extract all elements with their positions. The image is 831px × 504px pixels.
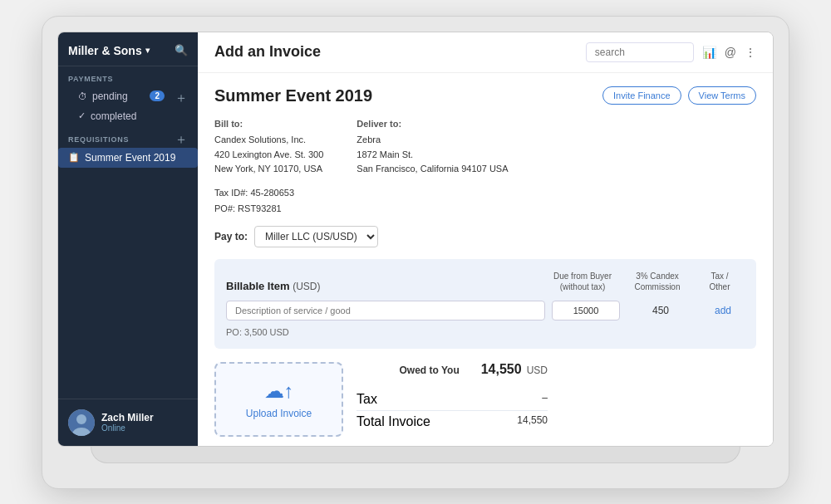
sidebar: Miller & Sons ▾ 🔍 PAYMENTS ⏱ pending 2: [58, 32, 198, 446]
po-number: PO#: RST93281: [214, 201, 756, 217]
pay-to-row: Pay to: Miller LLC (US/USD): [214, 226, 756, 247]
svg-point-1: [76, 414, 86, 424]
pending-icon: ⏱: [78, 91, 87, 101]
billable-table: Billable Item (USD) Due from Buyer(witho…: [214, 259, 756, 349]
bottom-section: ☁↑ Upload Invoice Owed to You 14,550 USD…: [214, 362, 756, 437]
bill-to-address1: 420 Lexington Ave. St. 300: [214, 148, 323, 163]
bill-to-block: Bill to: Candex Solutions, Inc. 420 Lexi…: [214, 117, 323, 177]
upload-label: Upload Invoice: [246, 408, 312, 419]
total-invoice-value: 14,550: [517, 414, 548, 429]
sidebar-header: Miller & Sons ▾ 🔍: [58, 32, 198, 66]
add-payment-button[interactable]: ＋: [175, 91, 188, 105]
po-note: PO: 3,500 USD: [226, 327, 745, 337]
completed-icon: ✓: [78, 110, 86, 121]
tax-add-button[interactable]: add: [701, 305, 745, 316]
laptop-base: [91, 447, 740, 463]
pay-to-label: Pay to:: [214, 231, 248, 242]
tax-value: –: [542, 392, 548, 407]
description-input[interactable]: [226, 301, 545, 321]
bar-chart-icon[interactable]: 📊: [702, 46, 716, 59]
billable-currency: USD: [296, 281, 317, 292]
add-requisition-button[interactable]: ＋: [175, 133, 188, 146]
upload-icon: ☁↑: [264, 379, 294, 403]
tax-id: Tax ID#: 45-280653: [214, 185, 756, 201]
sidebar-footer: Zach Miller Online: [58, 399, 198, 446]
bill-to-label: Bill to:: [214, 117, 323, 132]
total-invoice-label: Total Invoice: [356, 414, 430, 429]
billable-header-row: Billable Item (USD) Due from Buyer(witho…: [226, 271, 745, 292]
bill-to-address2: New York, NY 10170, USA: [214, 162, 323, 177]
address-row: Bill to: Candex Solutions, Inc. 420 Lexi…: [214, 117, 756, 177]
billable-row: 15000 450 add: [226, 301, 745, 321]
col-header-commission: 3% CandexCommission: [620, 271, 695, 292]
tax-po-block: Tax ID#: 45-280653 PO#: RST93281: [214, 185, 756, 216]
brand-label: Miller & Sons: [68, 44, 142, 57]
user-status: Online: [101, 423, 154, 433]
deliver-to-company: Zebra: [356, 133, 508, 148]
col-header-due: Due from Buyer(without tax): [545, 271, 620, 292]
totals-wrapper: Owed to You 14,550 USD Tax – Total Invoi…: [356, 362, 548, 437]
sidebar-item-completed[interactable]: ✓ completed: [68, 106, 175, 126]
invoice-header-row: Summer Event 2019 Invite Finance View Te…: [214, 86, 756, 105]
total-invoice-row: Total Invoice 14,550: [356, 411, 548, 433]
invoice-header-buttons: Invite Finance View Terms: [602, 86, 756, 105]
pending-label: pending: [92, 91, 128, 102]
summer-event-label: Summer Event 2019: [85, 152, 175, 164]
page-title: Add an Invoice: [214, 43, 321, 61]
view-terms-button[interactable]: View Terms: [688, 86, 756, 105]
owed-label: Owed to You: [399, 365, 459, 376]
more-options-icon[interactable]: ⋮: [745, 46, 756, 59]
deliver-to-label: Deliver to:: [356, 117, 508, 132]
owed-currency: USD: [527, 365, 548, 376]
user-name: Zach Miller: [101, 412, 154, 423]
owed-amount: 14,550: [481, 362, 522, 377]
deliver-to-address2: San Francisco, California 94107 USA: [356, 162, 508, 177]
commission-value: 450: [627, 305, 695, 316]
owed-row: Owed to You 14,550 USD: [356, 362, 548, 382]
requisition-icon: 📋: [68, 152, 80, 163]
search-icon[interactable]: 🔍: [175, 44, 188, 56]
invoice-area: Summer Event 2019 Invite Finance View Te…: [198, 73, 773, 446]
header-right: 📊 @ ⋮: [586, 42, 756, 62]
user-info: Zach Miller Online: [101, 412, 154, 433]
tax-row: Tax –: [356, 389, 548, 411]
payments-section-title: PAYMENTS: [58, 66, 198, 86]
tax-label: Tax: [356, 392, 377, 407]
brand-name[interactable]: Miller & Sons ▾: [68, 44, 150, 57]
pending-badge: 2: [150, 91, 165, 101]
amount-input[interactable]: 15000: [552, 301, 620, 321]
billable-title-text: Billable Item: [226, 280, 290, 292]
pay-to-select[interactable]: Miller LLC (US/USD): [254, 226, 378, 247]
sidebar-item-pending[interactable]: ⏱ pending 2: [68, 86, 175, 106]
at-icon[interactable]: @: [725, 46, 736, 59]
main-header: Add an Invoice 📊 @ ⋮: [198, 32, 773, 73]
totals-inner: Owed to You 14,550 USD Tax – Total Invoi…: [356, 362, 548, 433]
completed-label: completed: [91, 110, 136, 122]
bill-to-company: Candex Solutions, Inc.: [214, 133, 323, 148]
invite-finance-button[interactable]: Invite Finance: [602, 86, 681, 105]
col-header-tax: Tax /Other: [695, 271, 745, 292]
avatar: [68, 409, 95, 436]
main-content: Add an Invoice 📊 @ ⋮ Summer Event 2019 I…: [198, 32, 773, 446]
deliver-to-address1: 1872 Main St.: [356, 148, 508, 163]
upload-invoice-box[interactable]: ☁↑ Upload Invoice: [214, 362, 343, 437]
event-title: Summer Event 2019: [214, 86, 372, 105]
chevron-down-icon: ▾: [145, 46, 150, 55]
billable-title: Billable Item (USD): [226, 280, 545, 292]
deliver-to-block: Deliver to: Zebra 1872 Main St. San Fran…: [356, 117, 508, 177]
search-input[interactable]: [586, 42, 694, 62]
sidebar-item-summer-event[interactable]: 📋 Summer Event 2019: [58, 148, 198, 168]
requisitions-section-title: REQUISITIONS: [68, 135, 129, 144]
